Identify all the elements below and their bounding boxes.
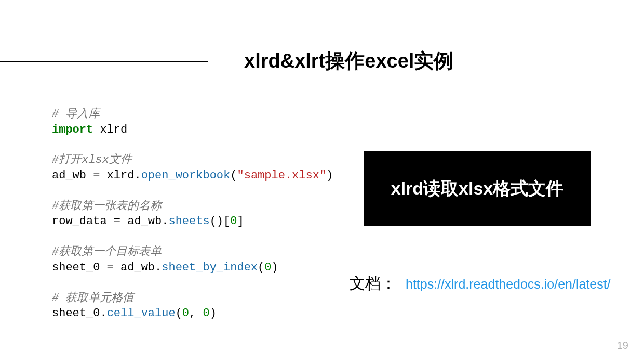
divider-line [0,61,208,62]
code-comment: # 获取单元格值 [52,292,134,305]
code-comment: # 导入库 [52,108,100,121]
code-text: ) [210,307,217,320]
page-number: 19 [617,340,628,352]
code-text: row_data = ad_wb. [52,215,168,228]
code-text: ( [258,261,264,274]
code-text: ) [271,261,278,274]
code-comment: #获取第一张表的名称 [52,200,162,213]
code-text: ( [230,169,237,182]
code-text: xlrd [93,123,127,136]
slide-title: xlrd&xlrt操作excel实例 [244,48,453,74]
code-text: ( [176,307,182,320]
code-text: sheet_0. [52,307,107,320]
code-text: ] [237,215,244,228]
doc-label: 文档： [350,273,396,294]
code-keyword: import [52,123,93,136]
callout-box: xlrd读取xlsx格式文件 [364,151,591,226]
code-block: # 导入库 import xlrd #打开xlsx文件 ad_wb = xlrd… [52,107,333,321]
code-func: open_workbook [141,169,231,182]
code-comment: #获取第一个目标表单 [52,245,162,258]
code-number: 0 [264,261,271,274]
code-text: ()[ [210,215,231,228]
code-comment: #打开xlsx文件 [52,153,132,166]
code-text: , [189,307,203,320]
code-number: 0 [203,307,209,320]
code-number: 0 [230,215,237,228]
doc-reference: 文档： https://xlrd.readthedocs.io/en/lates… [350,273,611,294]
callout-text: xlrd读取xlsx格式文件 [391,177,564,201]
code-func: sheet_by_index [162,261,258,274]
code-text: ) [326,169,333,182]
doc-link[interactable]: https://xlrd.readthedocs.io/en/latest/ [406,277,611,292]
code-string: "sample.xlsx" [237,169,326,182]
code-number: 0 [182,307,189,320]
code-func: cell_value [107,307,176,320]
code-text: sheet_0 = ad_wb. [52,261,162,274]
code-func: sheets [168,215,209,228]
code-text: ad_wb = xlrd. [52,169,141,182]
